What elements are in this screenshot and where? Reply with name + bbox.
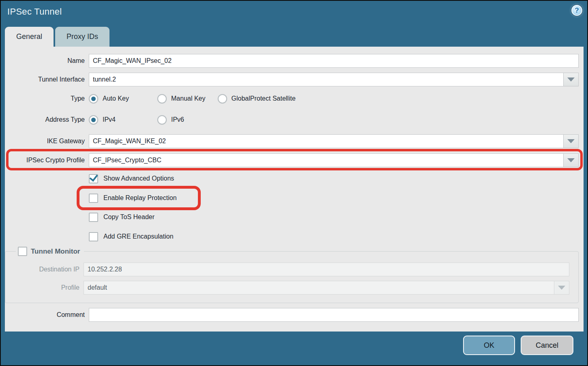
tab-general[interactable]: General (5, 27, 54, 47)
copy-tos-header-row[interactable]: Copy ToS Header (5, 212, 579, 222)
radio-option-globalprotect-satellite[interactable]: GlobalProtect Satellite (218, 94, 296, 103)
type-row: Type Auto Key Manual Key GlobalProtect S… (5, 93, 579, 104)
radio-option-auto-key[interactable]: Auto Key (89, 94, 145, 103)
radio-option-ipv4[interactable]: IPv4 (89, 115, 145, 125)
ipsec-crypto-profile-label: IPSec Crypto Profile (5, 157, 85, 164)
tab-proxy-ids[interactable]: Proxy IDs (55, 27, 109, 47)
ipsec-crypto-profile-dropdown-button[interactable] (563, 153, 579, 167)
comment-row: Comment (5, 308, 579, 322)
destination-ip-label: Destination IP (5, 266, 79, 273)
profile-select (84, 281, 569, 295)
cancel-button[interactable]: Cancel (521, 336, 573, 355)
type-label: Type (5, 95, 85, 102)
name-label: Name (5, 57, 85, 65)
radio-ipv4-label: IPv4 (103, 116, 116, 123)
comment-label: Comment (5, 311, 85, 319)
address-type-label: Address Type (5, 116, 85, 123)
profile-input (84, 281, 554, 295)
tunnel-interface-dropdown-button[interactable] (563, 73, 579, 86)
tunnel-interface-label: Tunnel Interface (5, 76, 85, 83)
ipsec-crypto-profile-input[interactable] (89, 153, 563, 167)
chevron-down-icon (567, 139, 575, 143)
chevron-down-icon (567, 158, 575, 162)
tab-bar: General Proxy IDs (5, 27, 109, 47)
question-mark-glyph: ? (575, 7, 579, 14)
destination-ip-row: Destination IP (5, 263, 569, 276)
comment-input[interactable] (89, 308, 579, 322)
profile-row: Profile (5, 281, 569, 295)
tunnel-monitor-label: Tunnel Monitor (31, 248, 80, 256)
show-advanced-options-label: Show Advanced Options (103, 175, 174, 182)
ipsec-crypto-profile-row: IPSec Crypto Profile (5, 153, 579, 167)
radio-globalprotect-satellite[interactable] (218, 94, 227, 103)
tunnel-monitor-fieldset: Tunnel Monitor Destination IP Profile (5, 247, 579, 303)
address-type-row: Address Type IPv4 IPv6 (5, 114, 579, 125)
enable-replay-protection-label: Enable Replay Protection (103, 194, 177, 202)
chevron-down-icon (558, 286, 565, 290)
radio-manual-key[interactable] (157, 94, 167, 103)
tunnel-interface-row: Tunnel Interface (5, 73, 579, 86)
ike-gateway-input[interactable] (89, 134, 563, 148)
profile-dropdown-button (554, 281, 569, 295)
dialog-title: IPSec Tunnel (7, 6, 62, 17)
add-gre-encapsulation-checkbox[interactable] (89, 232, 98, 241)
radio-auto-key-label: Auto Key (103, 95, 129, 102)
add-gre-encapsulation-label: Add GRE Encapsulation (103, 233, 174, 240)
ike-gateway-row: IKE Gateway (5, 134, 579, 148)
enable-replay-protection-row[interactable]: Enable Replay Protection (5, 193, 579, 203)
radio-ipv6[interactable] (157, 115, 167, 125)
radio-globalprotect-satellite-label: GlobalProtect Satellite (232, 95, 296, 102)
destination-ip-input (84, 263, 569, 276)
ike-gateway-select (89, 134, 579, 148)
footer-bar: OK Cancel (2, 332, 586, 364)
tunnel-monitor-legend: Tunnel Monitor (16, 247, 84, 256)
help-icon[interactable]: ? (571, 5, 582, 16)
tunnel-monitor-checkbox[interactable] (18, 247, 27, 256)
radio-ipv6-label: IPv6 (171, 116, 184, 123)
radio-option-manual-key[interactable]: Manual Key (157, 94, 206, 103)
show-advanced-options-row[interactable]: Show Advanced Options (5, 173, 579, 184)
name-row: Name (5, 54, 579, 68)
ipsec-crypto-profile-select (89, 153, 579, 167)
radio-auto-key[interactable] (89, 94, 98, 103)
title-bar: IPSec Tunnel ? (1, 1, 587, 27)
enable-replay-protection-checkbox[interactable] (89, 194, 98, 203)
radio-ipv4[interactable] (89, 115, 98, 125)
copy-tos-header-checkbox[interactable] (89, 213, 98, 222)
show-advanced-options-checkbox[interactable] (89, 174, 98, 183)
chevron-down-icon (567, 78, 575, 82)
radio-option-ipv6[interactable]: IPv6 (157, 115, 184, 125)
ok-button[interactable]: OK (463, 336, 515, 355)
ipsec-tunnel-dialog: IPSec Tunnel ? General Proxy IDs Name Tu… (0, 0, 588, 366)
ike-gateway-label: IKE Gateway (5, 138, 85, 145)
profile-label: Profile (5, 284, 79, 291)
add-gre-encapsulation-row[interactable]: Add GRE Encapsulation (5, 231, 579, 242)
copy-tos-header-label: Copy ToS Header (103, 213, 155, 221)
ike-gateway-dropdown-button[interactable] (563, 134, 579, 148)
general-tab-panel: Name Tunnel Interface Type Auto Key Manu… (5, 47, 584, 332)
tunnel-interface-select (89, 73, 579, 86)
tunnel-interface-input[interactable] (89, 73, 563, 86)
radio-manual-key-label: Manual Key (171, 95, 206, 102)
name-input[interactable] (89, 54, 579, 68)
